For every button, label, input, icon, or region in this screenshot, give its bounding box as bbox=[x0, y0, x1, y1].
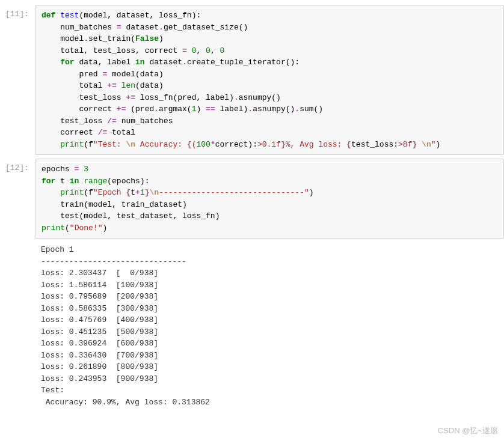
code-input[interactable]: epochs = 3 for t in range(epochs): print… bbox=[35, 159, 504, 239]
cell-prompt: [12]: bbox=[0, 159, 35, 239]
code-input[interactable]: def test(model, dataset, loss_fn): num_b… bbox=[35, 5, 504, 155]
code-cell-11: [11]: def test(model, dataset, loss_fn):… bbox=[0, 5, 504, 155]
cell-prompt: [11]: bbox=[0, 5, 35, 155]
output-cell: Epoch 1 ------------------------------- … bbox=[0, 240, 504, 410]
code-cell-12: [12]: epochs = 3 for t in range(epochs):… bbox=[0, 159, 504, 239]
output-prompt bbox=[0, 240, 35, 410]
cell-output: Epoch 1 ------------------------------- … bbox=[35, 240, 504, 410]
